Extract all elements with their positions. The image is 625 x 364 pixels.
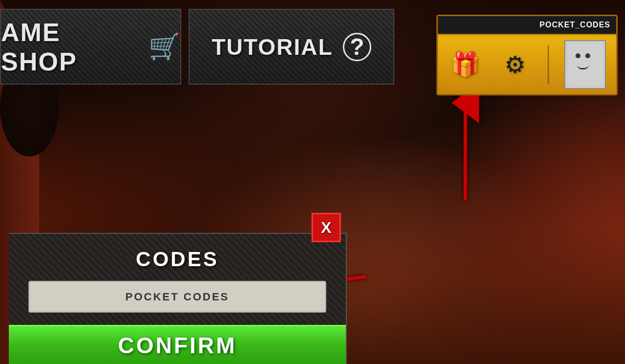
code-input[interactable]: POCKET CODES: [28, 281, 326, 313]
settings-button[interactable]: ⚙: [498, 47, 532, 82]
close-dialog-button[interactable]: X: [312, 213, 341, 242]
question-icon: ?: [343, 33, 371, 61]
codes-dialog: CODES POCKET CODES CONFIRM: [9, 233, 347, 364]
gift-icon: 🎁: [451, 51, 480, 78]
gear-icon: ⚙: [505, 51, 526, 78]
avatar-face: [568, 44, 602, 85]
shop-label: AME SHOP: [1, 18, 139, 76]
code-input-row: POCKET CODES: [9, 281, 346, 325]
dialog-title: CODES: [9, 234, 346, 281]
tutorial-button[interactable]: TUTORIAL ?: [189, 9, 394, 85]
confirm-label: CONFIRM: [118, 332, 237, 359]
game-shop-button[interactable]: AME SHOP 🛒: [0, 9, 181, 85]
username-label: POCKET_CODES: [540, 21, 610, 29]
tutorial-label: TUTORIAL: [212, 34, 333, 60]
panel-divider: [548, 45, 549, 84]
gift-button[interactable]: 🎁: [448, 47, 482, 82]
username-bar: POCKET_CODES: [438, 16, 616, 35]
close-icon: X: [321, 219, 331, 237]
panel-icons-row: 🎁 ⚙: [438, 35, 616, 94]
confirm-button[interactable]: CONFIRM: [9, 325, 346, 364]
cart-icon: 🛒: [148, 32, 180, 62]
avatar[interactable]: [564, 40, 606, 89]
top-right-panel: POCKET_CODES 🎁 ⚙: [436, 15, 618, 95]
